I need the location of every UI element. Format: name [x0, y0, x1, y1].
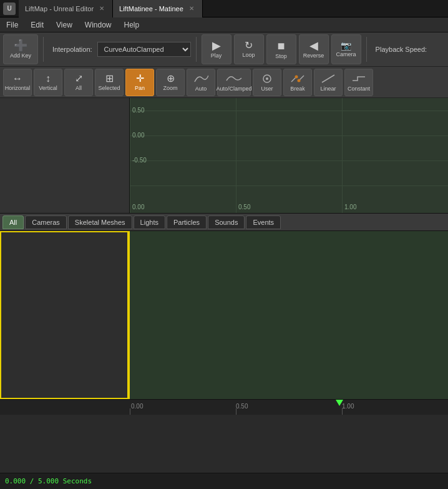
menu-edit[interactable]: Edit [24, 17, 50, 32]
ruler-track-space [0, 400, 130, 415]
grid-h1 [130, 111, 448, 111]
ruler-tick-1 [236, 408, 236, 415]
playhead[interactable] [336, 400, 343, 406]
stop-button[interactable]: ■ Stop [266, 34, 296, 64]
camera-icon: 📷 [341, 41, 351, 50]
auto-button[interactable]: Auto [187, 69, 215, 96]
reverse-icon: ◀ [309, 40, 318, 51]
status-bar: 0.000 / 5.000 Seconds [0, 473, 448, 489]
title-bar: U LiftMap - Unreal Editor ✕ LiftMatinee … [0, 0, 448, 17]
pan-button[interactable]: ✛ Pan [125, 69, 154, 96]
horizontal-label: Horizontal [5, 85, 31, 91]
constant-button[interactable]: Constant [344, 69, 373, 96]
grid-h3 [130, 161, 448, 161]
selected-label: Selected [98, 85, 120, 91]
play-button[interactable]: ▶ Play [202, 34, 231, 64]
ruler-tick-0 [130, 408, 130, 415]
reverse-label: Reverse [303, 52, 324, 59]
grid-v0 [130, 98, 130, 213]
zoom-button[interactable]: ⊕ Zoom [156, 69, 185, 96]
linear-icon [321, 73, 336, 84]
filter-tab-skeletal-meshes[interactable]: Skeletal Meshes [68, 215, 132, 229]
svg-point-2 [295, 75, 298, 78]
track-list [0, 98, 130, 213]
tab-liftmap-close[interactable]: ✕ [97, 4, 106, 13]
filter-tab-events[interactable]: Events [246, 215, 281, 229]
selected-icon: ⊞ [105, 74, 114, 84]
horizontal-button[interactable]: ↔ Horizontal [3, 69, 32, 96]
tab-liftmap-label: LiftMap - Unreal Editor [25, 5, 94, 12]
camera-label: Camera [336, 51, 356, 57]
autoclamped-button[interactable]: Auto/Clamped [217, 69, 251, 96]
horizontal-icon: ↔ [12, 74, 22, 84]
user-icon [260, 73, 275, 84]
tab-liftmatinee-close[interactable]: ✕ [187, 4, 196, 13]
toolbar2: ↔ Horizontal ↕ Vertical ⤢ All ⊞ Selected… [0, 67, 448, 98]
ruler-label-0: 0.00 [131, 403, 143, 410]
constant-icon [351, 73, 366, 84]
grid-h4 [130, 185, 448, 186]
selected-button[interactable]: ⊞ Selected [95, 69, 124, 96]
track-names-panel [0, 231, 130, 399]
grid-label-x2: 0.50 [238, 204, 250, 210]
time-display: 0.000 / 5.000 Seconds [5, 477, 92, 485]
filter-tab-sounds[interactable]: Sounds [208, 215, 245, 229]
filter-tab-cameras[interactable]: Cameras [25, 215, 67, 229]
curve-editor[interactable]: 0.50 0.00 -0.50 0.00 0.50 1.00 [130, 98, 448, 213]
menu-help[interactable]: Help [118, 17, 146, 32]
track-selection-outline [0, 231, 129, 399]
ruler-label-1: 0.50 [236, 403, 248, 410]
ruler-area: 0.00 0.50 1.00 [130, 400, 448, 415]
menu-view[interactable]: View [50, 17, 79, 32]
loop-button[interactable]: ↻ Loop [234, 34, 264, 64]
ruler-tick-2 [342, 408, 343, 415]
grid-label-x1: 0.00 [132, 204, 144, 210]
play-label: Play [211, 52, 222, 59]
all-button[interactable]: ⤢ All [64, 69, 93, 96]
loop-icon: ↻ [245, 41, 253, 51]
auto-icon [193, 73, 208, 84]
grid-label-y3: -0.50 [132, 157, 147, 164]
grid-v2 [342, 98, 343, 213]
play-icon: ▶ [212, 40, 221, 51]
vertical-button[interactable]: ↕ Vertical [34, 69, 62, 96]
timeline-ruler: 0.00 0.50 1.00 [0, 400, 448, 415]
camera-button[interactable]: 📷 Camera [331, 34, 361, 64]
ruler-label-2: 1.00 [342, 403, 354, 410]
break-label: Break [290, 86, 305, 92]
filter-tab-particles[interactable]: Particles [167, 215, 207, 229]
pan-icon: ✛ [136, 74, 144, 84]
vertical-icon: ↕ [46, 74, 51, 84]
tab-liftmatinee[interactable]: LiftMatinee - Matinee ✕ [113, 0, 203, 17]
grid-label-y2: 0.00 [132, 132, 144, 139]
zoom-label: Zoom [163, 85, 177, 91]
grid-v1 [236, 98, 236, 213]
menu-window[interactable]: Window [79, 17, 118, 32]
auto-label: Auto [195, 86, 207, 92]
add-key-label: Add Key [10, 52, 31, 59]
divider1 [43, 37, 44, 62]
break-button[interactable]: Break [283, 69, 312, 96]
interpolation-select[interactable]: CurveAutoClamped [97, 42, 191, 57]
filter-tab-all[interactable]: All [2, 215, 24, 229]
menu-bar: File Edit View Window Help [0, 17, 448, 32]
playback-speed-label: Playback Speed: [376, 46, 427, 53]
linear-label: Linear [320, 86, 336, 92]
constant-label: Constant [348, 86, 370, 92]
app-icon: U [3, 2, 16, 15]
user-button[interactable]: User [253, 69, 281, 96]
tab-liftmap[interactable]: LiftMap - Unreal Editor ✕ [19, 0, 113, 17]
autoclamped-icon [225, 73, 243, 84]
main-area: 0.50 0.00 -0.50 0.00 0.50 1.00 [0, 98, 448, 214]
divider2 [196, 37, 197, 62]
add-key-icon: ➕ [14, 40, 27, 51]
filter-tab-lights[interactable]: Lights [134, 215, 165, 229]
track-timeline[interactable] [130, 231, 448, 399]
loop-label: Loop [243, 52, 255, 58]
grid-label-y1: 0.50 [132, 107, 144, 114]
linear-button[interactable]: Linear [314, 69, 343, 96]
reverse-button[interactable]: ◀ Reverse [299, 34, 329, 64]
all-label: All [75, 85, 82, 91]
add-key-button[interactable]: ➕ Add Key [3, 34, 38, 64]
menu-file[interactable]: File [0, 17, 24, 32]
